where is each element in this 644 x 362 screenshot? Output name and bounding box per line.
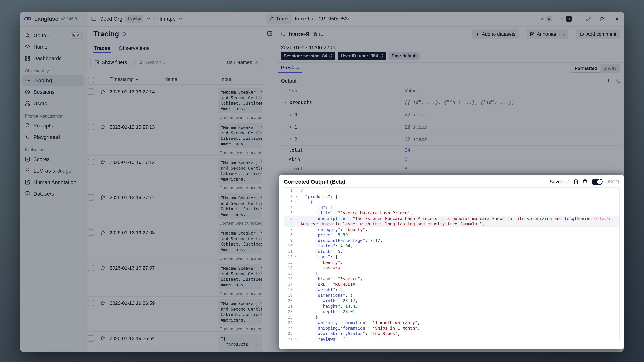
fold-gutter	[294, 309, 299, 314]
code-text: "id": 1,	[299, 205, 335, 210]
line-number: 16	[284, 276, 294, 282]
line-number: 20	[284, 298, 294, 304]
fold-gutter	[294, 276, 299, 282]
line-number: 14	[284, 265, 294, 271]
fold-gutter[interactable]	[294, 336, 299, 342]
code-text: {	[299, 199, 313, 205]
code-text: "stock": 5,	[299, 249, 343, 254]
fold-gutter	[294, 249, 299, 254]
code-line[interactable]: 14 "mascara"	[284, 265, 619, 271]
code-text: {	[299, 188, 303, 194]
code-text: "height": 14.43,	[299, 304, 360, 309]
fold-gutter[interactable]	[294, 342, 299, 342]
fold-gutter[interactable]	[294, 292, 299, 298]
code-text: "mascara"	[299, 265, 343, 271]
line-number: 13	[284, 260, 294, 265]
fold-chevron-icon[interactable]	[295, 294, 298, 296]
fold-chevron-icon[interactable]	[295, 190, 298, 192]
fold-chevron-icon[interactable]	[295, 256, 298, 258]
code-line[interactable]: 18 "weight": 2,	[284, 287, 619, 292]
fold-gutter[interactable]	[294, 199, 299, 205]
code-line[interactable]: 1{	[284, 188, 619, 194]
line-number: 21	[284, 304, 294, 309]
code-line[interactable]: 5 "title": "Essence Mascara Lash Prince"…	[284, 210, 619, 216]
code-line[interactable]: 19 "dimensions": {	[284, 292, 619, 298]
code-line[interactable]: 8 "price": 9.99,	[284, 232, 619, 238]
code-line[interactable]: 21 "height": 14.43,	[284, 304, 619, 309]
fold-gutter	[294, 260, 299, 265]
line-number: 18	[284, 287, 294, 292]
code-text: "category": "beauty",	[299, 227, 368, 232]
code-line[interactable]: 28 {	[284, 342, 619, 342]
code-text: "products": [	[299, 194, 338, 200]
line-number: 28	[284, 342, 294, 342]
code-line[interactable]: 24 "warrantyInformation": "1 month warra…	[284, 320, 619, 326]
code-text: "weight": 2,	[299, 287, 345, 292]
line-number: 24	[284, 320, 294, 326]
code-line[interactable]: 23 },	[284, 314, 619, 320]
fold-chevron-icon[interactable]	[295, 195, 298, 198]
fold-gutter	[294, 265, 299, 271]
line-number: 22	[284, 309, 294, 314]
corrected-output-panel: Corrected Output (Beta) Saved JSON 1{2 "…	[279, 174, 624, 350]
code-text: "discountPercentage": 7.17,	[299, 238, 382, 243]
code-text: Achieve dramatic lashes with this long-l…	[299, 221, 485, 227]
code-text: "rating": 4.94,	[299, 243, 353, 249]
line-number: 10	[284, 243, 294, 249]
fold-chevron-icon[interactable]	[295, 338, 298, 340]
fold-gutter	[294, 238, 299, 243]
code-line[interactable]: 3 {	[284, 199, 619, 205]
fold-gutter[interactable]	[294, 188, 299, 194]
code-text: "depth": 28.01	[299, 309, 355, 314]
code-line[interactable]: Achieve dramatic lashes with this long-l…	[284, 221, 619, 227]
code-line[interactable]: 9 "discountPercentage": 7.17,	[284, 238, 619, 243]
toggle-knob	[597, 180, 602, 184]
line-number: 7	[284, 227, 294, 232]
fold-gutter[interactable]	[294, 194, 299, 200]
code-text: ],	[299, 271, 320, 276]
code-line[interactable]: 4 "id": 1,	[284, 205, 619, 210]
code-line[interactable]: 11 "stock": 5,	[284, 249, 619, 254]
fold-gutter[interactable]	[294, 254, 299, 260]
code-line[interactable]: 25 "shippingInformation": "Ships in 1 mo…	[284, 326, 619, 331]
fold-gutter	[294, 282, 299, 287]
line-number: 26	[284, 331, 294, 336]
code-line[interactable]: 22 "depth": 28.01	[284, 309, 619, 314]
code-line[interactable]: 6 "description": "The Essence Mascara La…	[284, 216, 619, 222]
code-text: "description": "The Essence Mascara Lash…	[299, 216, 614, 222]
code-line[interactable]: 17 "sku": "RCH45Q1A",	[284, 282, 619, 287]
code-line[interactable]: 27 "reviews": [	[284, 336, 619, 342]
json-toggle[interactable]	[592, 179, 603, 185]
app-window: Langfuse v3.146.0 Go to...⌘ KHomeDashboa…	[20, 12, 624, 352]
fold-gutter	[294, 205, 299, 210]
code-text: },	[299, 314, 320, 320]
line-number: 5	[284, 210, 294, 216]
fold-gutter	[294, 331, 299, 336]
code-text: "width": 23.17,	[299, 298, 358, 304]
fold-gutter	[294, 221, 299, 227]
code-line[interactable]: 10 "rating": 4.94,	[284, 243, 619, 249]
code-text: "price": 9.99,	[299, 232, 350, 238]
code-text: "sku": "RCH45Q1A",	[299, 282, 360, 287]
code-text: "shippingInformation": "Ships in 1 month…	[299, 326, 420, 331]
code-line[interactable]: 13 "beauty",	[284, 260, 619, 265]
code-line[interactable]: 2 "products": [	[284, 194, 619, 200]
corrected-output-title: Corrected Output (Beta)	[284, 179, 345, 185]
code-line[interactable]: 12 "tags": [	[284, 254, 619, 260]
code-line[interactable]: 15 ],	[284, 271, 619, 276]
code-text: "tags": [	[299, 254, 338, 260]
line-number: 25	[284, 326, 294, 331]
code-text: "dimensions": {	[299, 292, 353, 298]
line-number: 15	[284, 271, 294, 276]
diff-file-icon[interactable]	[574, 179, 578, 184]
code-line[interactable]: 7 "category": "beauty",	[284, 227, 619, 232]
code-lines: 1{2 "products": [3 {4 "id": 1,5 "title":…	[284, 188, 619, 342]
code-line[interactable]: 16 "brand": "Essence",	[284, 276, 619, 282]
fold-chevron-icon[interactable]	[295, 201, 298, 204]
code-line[interactable]: 20 "width": 23.17,	[284, 298, 619, 304]
code-text: "brand": "Essence",	[299, 276, 363, 282]
fold-gutter	[294, 243, 299, 249]
code-line[interactable]: 26 "availabilityStatus": "Low Stock",	[284, 331, 619, 336]
delete-icon[interactable]	[582, 179, 588, 184]
json-code-editor[interactable]: 1{2 "products": [3 {4 "id": 1,5 "title":…	[284, 187, 620, 342]
